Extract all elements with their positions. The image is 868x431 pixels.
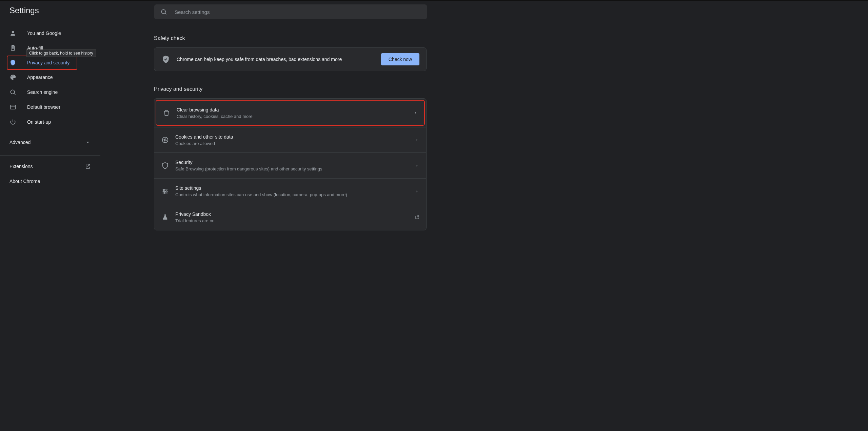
- svg-line-11: [14, 94, 16, 95]
- sidebar-item-default-browser[interactable]: Default browser: [0, 100, 95, 115]
- safety-check-text: Chrome can help keep you safe from data …: [177, 57, 381, 62]
- chevron-down-icon: [85, 139, 91, 145]
- search-icon: [9, 89, 16, 96]
- search-input[interactable]: [174, 9, 421, 15]
- trash-icon: [162, 109, 171, 117]
- row-cookies[interactable]: Cookies and other site data Cookies are …: [154, 127, 426, 153]
- row-title: Site settings: [175, 185, 415, 191]
- shield-icon: [9, 59, 16, 66]
- sidebar-about-label: About Chrome: [9, 179, 40, 184]
- row-subtitle: Trial features are on: [175, 218, 415, 223]
- svg-point-0: [161, 9, 165, 14]
- search-bar[interactable]: [154, 4, 427, 19]
- safety-check-card: Chrome can help keep you safe from data …: [154, 47, 427, 71]
- row-subtitle: Cookies are allowed: [175, 141, 415, 146]
- back-tooltip: Click to go back, hold to see history: [26, 49, 96, 57]
- row-subtitle: Controls what information sites can use …: [175, 192, 415, 197]
- palette-icon: [9, 74, 16, 81]
- sidebar-item-search-engine[interactable]: Search engine: [0, 85, 95, 100]
- browser-icon: [9, 104, 16, 110]
- chevron-right-icon: [415, 189, 419, 194]
- safety-check-heading: Safety check: [154, 35, 427, 41]
- sidebar-advanced-label: Advanced: [9, 140, 31, 145]
- main-content: Safety check Chrome can help keep you sa…: [100, 20, 868, 431]
- chevron-right-icon: [415, 163, 419, 168]
- sidebar-item-label: You and Google: [27, 30, 61, 36]
- sidebar-item-label: Privacy and security: [27, 60, 70, 65]
- svg-line-1: [165, 13, 166, 15]
- svg-point-15: [164, 139, 164, 140]
- svg-point-2: [12, 31, 14, 33]
- svg-point-10: [11, 90, 15, 94]
- header: Settings: [0, 1, 868, 20]
- svg-point-14: [162, 137, 168, 143]
- sidebar-item-about-chrome[interactable]: About Chrome: [0, 174, 100, 189]
- privacy-security-heading: Privacy and security: [154, 86, 427, 92]
- sidebar-item-privacy-security[interactable]: Privacy and security: [7, 56, 77, 70]
- sidebar: Click to go back, hold to see history Yo…: [0, 20, 100, 431]
- row-subtitle: Clear history, cookies, cache and more: [177, 114, 413, 119]
- svg-point-22: [163, 189, 165, 190]
- cookie-icon: [161, 136, 169, 144]
- sidebar-item-extensions[interactable]: Extensions: [0, 159, 100, 174]
- svg-point-17: [164, 141, 165, 141]
- svg-point-24: [164, 192, 165, 193]
- svg-point-18: [166, 140, 166, 141]
- open-external-icon: [415, 215, 419, 220]
- sidebar-advanced-toggle[interactable]: Advanced: [0, 135, 100, 150]
- sidebar-item-label: Default browser: [27, 104, 60, 110]
- sidebar-item-label: Search engine: [27, 89, 58, 95]
- sidebar-extensions-label: Extensions: [9, 164, 33, 169]
- sidebar-item-label: Appearance: [27, 75, 53, 80]
- clipboard-icon: [9, 45, 16, 52]
- sidebar-divider: [0, 155, 100, 156]
- row-security[interactable]: Security Safe Browsing (protection from …: [154, 153, 426, 179]
- row-privacy-sandbox[interactable]: Privacy Sandbox Trial features are on: [154, 204, 426, 230]
- shield-check-icon: [161, 55, 171, 64]
- svg-point-9: [13, 76, 14, 76]
- svg-rect-4: [12, 45, 14, 46]
- tune-icon: [161, 187, 169, 196]
- shield-outline-icon: [161, 162, 169, 170]
- svg-point-8: [12, 76, 13, 76]
- sidebar-item-label: On start-up: [27, 119, 51, 125]
- svg-rect-12: [11, 105, 16, 109]
- chevron-right-icon: [413, 110, 418, 115]
- row-clear-browsing-data[interactable]: Clear browsing data Clear history, cooki…: [156, 100, 425, 126]
- person-icon: [9, 30, 16, 37]
- check-now-button[interactable]: Check now: [381, 53, 419, 65]
- svg-point-23: [166, 191, 167, 192]
- svg-point-7: [11, 77, 12, 77]
- row-title: Privacy Sandbox: [175, 211, 415, 217]
- privacy-list-card: Clear browsing data Clear history, cooki…: [154, 98, 427, 230]
- row-subtitle: Safe Browsing (protection from dangerous…: [175, 166, 415, 171]
- flask-icon: [161, 213, 169, 221]
- row-title: Cookies and other site data: [175, 134, 415, 140]
- svg-point-16: [165, 139, 166, 139]
- search-icon: [160, 8, 167, 15]
- row-site-settings[interactable]: Site settings Controls what information …: [154, 179, 426, 204]
- power-icon: [9, 119, 16, 125]
- row-title: Clear browsing data: [177, 107, 413, 112]
- sidebar-item-appearance[interactable]: Appearance: [0, 70, 95, 85]
- open-external-icon: [85, 163, 91, 169]
- row-title: Security: [175, 160, 415, 165]
- page-title: Settings: [9, 6, 39, 15]
- sidebar-item-on-startup[interactable]: On start-up: [0, 115, 95, 129]
- chevron-right-icon: [415, 138, 419, 142]
- sidebar-item-you-and-google[interactable]: You and Google: [0, 26, 95, 41]
- body: Click to go back, hold to see history Yo…: [0, 20, 868, 431]
